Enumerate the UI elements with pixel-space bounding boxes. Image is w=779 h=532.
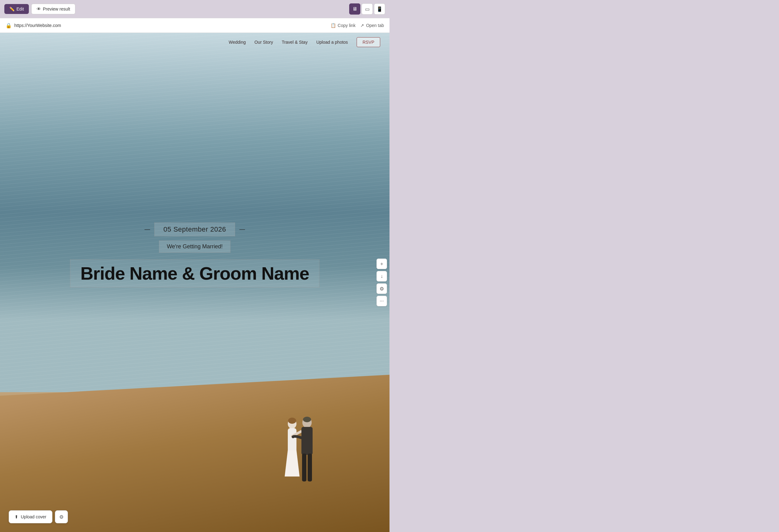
arrow-down-icon: ↓ (380, 273, 383, 279)
url-section: 🔒 https://YourWebsite.com (6, 23, 61, 28)
view-switcher: 🖥 ▭ 📱 (349, 3, 385, 14)
preview-label: Preview result (43, 6, 70, 11)
ellipsis-icon: ··· (379, 298, 383, 304)
couple-silhouette (276, 414, 319, 492)
url-text: https://YourWebsite.com (14, 23, 61, 28)
svg-rect-9 (308, 454, 312, 481)
svg-rect-8 (302, 454, 306, 481)
nav-our-story[interactable]: Our Story (254, 40, 273, 45)
names-container[interactable]: Bride Name & Groom Name (70, 260, 319, 287)
lock-icon: 🔒 (6, 23, 12, 28)
nav-travel-stay[interactable]: Travel & Stay (282, 40, 308, 45)
subtitle-text[interactable]: We're Getting Married! (159, 241, 230, 253)
desktop-icon: 🖥 (352, 6, 357, 12)
more-options-button[interactable]: ··· (376, 296, 387, 306)
tablet-view-button[interactable]: ▭ (362, 3, 373, 14)
site-navbar: Wedding Our Story Travel & Stay Upload a… (0, 33, 390, 52)
open-tab-icon: ↗ (360, 23, 364, 28)
nav-upload-photos[interactable]: Upload a photos (316, 40, 348, 45)
move-down-button[interactable]: ↓ (376, 271, 387, 281)
toolbar-left: ✏️ Edit 👁 Preview result (4, 4, 75, 14)
date-dash-right: — (239, 226, 245, 232)
date-text[interactable]: 05 September 2026 (155, 222, 235, 236)
svg-rect-1 (288, 428, 296, 453)
mobile-icon: 📱 (376, 6, 383, 12)
gear-icon: ⚙ (379, 286, 384, 292)
copy-icon: 📋 (331, 23, 336, 28)
hero-content: — 05 September 2026 — We're Getting Marr… (55, 222, 335, 287)
preview-area: Wedding Our Story Travel & Stay Upload a… (0, 33, 390, 532)
mobile-view-button[interactable]: 📱 (374, 3, 385, 14)
date-dash-left: — (144, 226, 150, 232)
names-text: Bride Name & Groom Name (80, 264, 309, 283)
plus-icon: ＋ (379, 261, 384, 267)
add-section-button[interactable]: ＋ (376, 259, 387, 269)
tablet-icon: ▭ (365, 6, 370, 12)
edit-label: Edit (16, 6, 24, 11)
edit-icon: ✏️ (9, 6, 14, 11)
upload-icon: ⬆ (14, 514, 18, 519)
edit-button[interactable]: ✏️ Edit (4, 4, 29, 14)
copy-link-button[interactable]: 📋 Copy link (331, 23, 356, 28)
section-settings-button[interactable]: ⚙ (376, 283, 387, 294)
nav-wedding[interactable]: Wedding (229, 40, 246, 45)
svg-point-2 (288, 418, 296, 424)
cover-settings-button[interactable]: ⚙ (55, 510, 68, 523)
svg-point-6 (303, 417, 311, 422)
upload-cover-button[interactable]: ⬆ Upload cover (9, 510, 52, 523)
svg-rect-7 (301, 427, 313, 455)
upload-cover-label: Upload cover (21, 514, 47, 519)
open-tab-label: Open tab (366, 23, 384, 28)
top-toolbar: ✏️ Edit 👁 Preview result 🖥 ▭ 📱 (0, 0, 390, 18)
eye-icon: 👁 (37, 6, 41, 11)
date-line: — 05 September 2026 — (55, 222, 335, 236)
svg-marker-3 (285, 450, 300, 476)
ocean-layer (0, 33, 390, 392)
open-tab-button[interactable]: ↗ Open tab (360, 23, 384, 28)
preview-button[interactable]: 👁 Preview result (31, 4, 75, 14)
desktop-view-button[interactable]: 🖥 (349, 3, 360, 14)
copy-link-label: Copy link (338, 23, 356, 28)
rsvp-button[interactable]: RSVP (357, 37, 380, 47)
settings-gear-icon: ⚙ (59, 514, 64, 520)
browser-bar: 🔒 https://YourWebsite.com 📋 Copy link ↗ … (0, 18, 390, 33)
right-controls: ＋ ↓ ⚙ ··· (374, 256, 390, 310)
browser-actions: 📋 Copy link ↗ Open tab (331, 23, 384, 28)
bottom-controls: ⬆ Upload cover ⚙ (9, 510, 68, 523)
